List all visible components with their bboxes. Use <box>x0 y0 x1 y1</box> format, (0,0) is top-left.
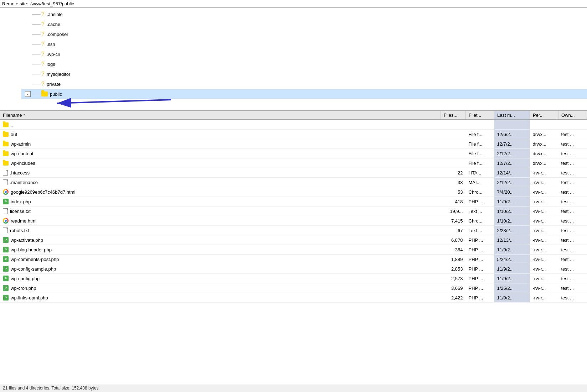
chrome-icon-file-10 <box>3 218 9 224</box>
file-cell-lastmod-0 <box>494 120 530 130</box>
file-cell-filesize-6: 33 <box>441 178 466 187</box>
table-row[interactable]: license.txt19,9...Text ...1/10/2...-rw-r… <box>0 207 587 216</box>
file-cell-name-1: out <box>0 130 135 139</box>
table-row[interactable]: wp-cron.php3,669PHP ...1/25/2...-rw-r...… <box>0 283 587 293</box>
col-header-filetype[interactable]: Filet... <box>466 111 494 120</box>
file-cell-filesize-13: 364 <box>441 245 466 255</box>
question-icon-cache: ? <box>41 21 45 27</box>
table-row[interactable]: wp-config.php2,573PHP ...11/9/2...-rw-r.… <box>0 274 587 283</box>
file-cell-owner-13: test ... <box>558 245 587 255</box>
expand-placeholder-private <box>25 81 31 87</box>
expand-icon-public[interactable]: - <box>25 91 31 97</box>
tree-item-composer[interactable]: ?.composer <box>21 29 587 39</box>
file-cell-lastmod-13: 11/9/2... <box>494 245 530 255</box>
question-icon-ansible: ? <box>41 11 45 17</box>
col-header-perms[interactable]: Per... <box>530 111 558 120</box>
file-name-text-2: wp-admin <box>11 141 31 147</box>
file-cell-owner-7: test ... <box>558 187 587 197</box>
file-cell-lastmod-6: 2/12/2... <box>494 178 530 187</box>
table-row[interactable]: index.php418PHP ...11/9/2...-rw-r...test… <box>0 197 587 207</box>
file-cell-filesize-16: 2,573 <box>441 274 466 283</box>
file-cell-name-3: wp-content <box>0 149 135 158</box>
file-cell-lastmod-1: 12/6/2... <box>494 130 530 139</box>
table-row[interactable]: robots.txt67Text ...2/23/2...-rw-r...tes… <box>0 226 587 235</box>
file-cell-filetype-3: File f... <box>466 149 494 158</box>
file-cell-filetype-11: Text ... <box>466 226 494 235</box>
tree-item-logs[interactable]: ?logs <box>21 59 587 69</box>
tree-item-wp-cli[interactable]: ?.wp-cli <box>21 49 587 59</box>
file-name-text-10: readme.html <box>11 218 36 224</box>
file-cell-filesize-9: 19,9... <box>441 207 466 216</box>
file-cell-filetype-18: PHP ... <box>466 293 494 303</box>
file-name-text-7: google9269eb6c7c46b7d7.html <box>11 189 75 195</box>
file-cell-lastmod-11: 2/23/2... <box>494 226 530 235</box>
table-row[interactable]: wp-includesFile f...12/7/2...drwx...test… <box>0 158 587 168</box>
table-row[interactable]: .. <box>0 120 587 130</box>
table-row[interactable]: .htaccess22HTA...12/14/...-rw-r...test .… <box>0 168 587 178</box>
table-row[interactable]: google9269eb6c7c46b7d7.html53Chro...7/4/… <box>0 187 587 197</box>
table-row[interactable]: wp-contentFile f...2/12/2...drwx...test … <box>0 149 587 158</box>
table-row[interactable]: wp-links-opml.php2,422PHP ...11/9/2...-r… <box>0 293 587 303</box>
tree-item-private[interactable]: ?private <box>21 79 587 89</box>
col-header-owner[interactable]: Own... <box>558 111 587 120</box>
file-cell-filesize-14: 1,889 <box>441 255 466 264</box>
file-cell-filesize-1 <box>441 130 466 139</box>
folder-icon-file-1 <box>3 132 9 137</box>
file-cell-filetype-12: PHP ... <box>466 235 494 245</box>
file-name-text-11: robots.txt <box>10 228 29 233</box>
file-table: Filename^Files...Filet...Last m...Per...… <box>0 111 587 303</box>
file-cell-name-7: google9269eb6c7c46b7d7.html <box>0 187 135 197</box>
file-cell-perms-16: -rw-r... <box>530 274 558 283</box>
file-cell-name-4: wp-includes <box>0 158 135 168</box>
file-cell-filesize-3 <box>441 149 466 158</box>
col-header-lastmod[interactable]: Last m... <box>494 111 530 120</box>
file-scroll-area[interactable]: Filename^Files...Filet...Last m...Per...… <box>0 111 587 384</box>
tree-item-ssh[interactable]: ?.ssh <box>21 39 587 49</box>
file-cell-filesize-12: 6,878 <box>441 235 466 245</box>
remote-site-bar: Remote site: /www/test_957/public <box>0 0 587 8</box>
file-cell-perms-14: -rw-r... <box>530 255 558 264</box>
file-cell-lastmod-7: 7/4/20... <box>494 187 530 197</box>
table-row[interactable]: wp-activate.php6,878PHP ...12/13/...-rw-… <box>0 235 587 245</box>
folder-icon-file-4 <box>3 161 9 166</box>
question-icon-mysqleditor: ? <box>41 71 45 77</box>
file-cell-owner-1: test ... <box>558 130 587 139</box>
status-bar: 21 files and 4 directories. Total size: … <box>0 384 587 392</box>
file-cell-perms-17: -rw-r... <box>530 283 558 293</box>
chrome-icon-file-7 <box>3 189 9 195</box>
tree-item-ansible[interactable]: ?.ansible <box>21 9 587 19</box>
file-name-text-18: wp-links-opml.php <box>11 295 48 300</box>
php-icon-file-12 <box>3 237 9 243</box>
file-cell-lastmod-14: 5/24/2... <box>494 255 530 264</box>
file-cell-filetype-1: File f... <box>466 130 494 139</box>
file-cell-owner-12: test ... <box>558 235 587 245</box>
file-cell-perms-9: -rw-r... <box>530 207 558 216</box>
file-cell-perms-7: -rw-r... <box>530 187 558 197</box>
col-header-filename[interactable]: Filename^ <box>0 111 441 120</box>
file-cell-filesize-17: 3,669 <box>441 283 466 293</box>
table-row[interactable]: wp-comments-post.php1,889PHP ...5/24/2..… <box>0 255 587 264</box>
tree-item-cache[interactable]: ?.cache <box>21 19 587 29</box>
tree-item-mysqleditor[interactable]: ?mysqleditor <box>21 69 587 79</box>
tree-item-public[interactable]: -public <box>21 89 587 99</box>
file-cell-filetype-9: Text ... <box>466 207 494 216</box>
table-row[interactable]: readme.html7,415Chro...1/10/2...-rw-r...… <box>0 216 587 226</box>
table-row[interactable]: .maintenance33MAI...2/12/2...-rw-r...tes… <box>0 178 587 187</box>
file-name-text-17: wp-cron.php <box>11 286 36 291</box>
connector-line-mysqleditor <box>32 74 41 74</box>
file-name-text-12: wp-activate.php <box>11 237 43 243</box>
file-cell-filetype-6: MAI... <box>466 178 494 187</box>
main-container: Remote site: /www/test_957/public ?.ansi… <box>0 0 587 392</box>
file-cell-lastmod-10: 1/10/2... <box>494 216 530 226</box>
file-cell-filetype-16: PHP ... <box>466 274 494 283</box>
table-row[interactable]: wp-config-sample.php2,853PHP ...11/9/2..… <box>0 264 587 274</box>
file-cell-owner-16: test ... <box>558 274 587 283</box>
table-row[interactable]: outFile f...12/6/2...drwx...test ... <box>0 130 587 139</box>
table-row[interactable]: wp-adminFile f...12/7/2...drwx...test ..… <box>0 139 587 149</box>
file-cell-name-2: wp-admin <box>0 139 135 148</box>
file-cell-filesize-11: 67 <box>441 226 466 235</box>
file-cell-owner-14: test ... <box>558 255 587 264</box>
table-row[interactable]: wp-blog-header.php364PHP ...11/9/2...-rw… <box>0 245 587 255</box>
file-cell-filetype-14: PHP ... <box>466 255 494 264</box>
col-header-filesize[interactable]: Files... <box>441 111 466 120</box>
